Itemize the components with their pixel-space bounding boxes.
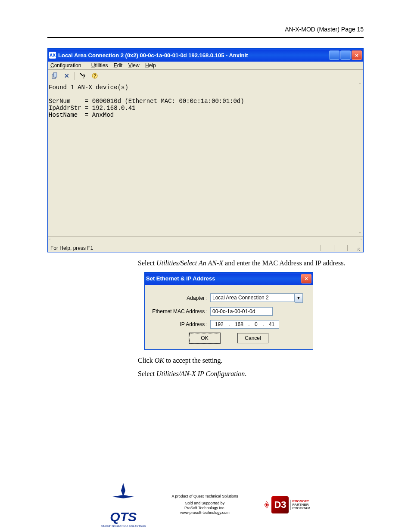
help-icon[interactable]: ? [90,71,100,81]
status-text: For Help, press F1 [50,245,321,251]
maximize-button[interactable]: □ [340,50,351,60]
cancel-button[interactable]: Cancel [237,333,268,343]
titlebar[interactable]: AX Local Area Connection 2 (0x2) 00-0c-1… [48,49,363,62]
svg-text:?: ? [93,74,96,78]
page-footer: QTS QUEST TECHNICAL SOLUTIONS A product … [47,482,364,528]
svg-marker-8 [121,483,125,497]
mac-input[interactable]: 00-0c-1a-00-01-0d [210,307,273,316]
footer-text: A product of Quest Technical Solutions S… [172,494,238,515]
menu-utilities[interactable]: Utilities [91,62,108,68]
menu-view[interactable]: View [128,62,140,68]
close-button[interactable]: × [352,50,362,60]
adapter-value[interactable]: Local Area Connection 2 [210,293,295,302]
scroll-up-icon[interactable]: ˄ [359,82,361,87]
menu-configuration[interactable]: Configuration [50,62,85,68]
vertical-scrollbar[interactable]: ˄ ˅ [356,82,363,237]
instruction-1: Select Utilities/Select An AN-X and ente… [138,258,364,268]
svg-rect-1 [53,73,57,77]
menu-bar: Configuration Utilities Edit View Help [48,62,363,70]
horizontal-scrollbar[interactable]: ˂ ˃ [48,237,363,244]
app-icon: AX [49,52,56,59]
output-pane: Found 1 AN-X device(s) SerNum = 0000010d… [48,82,356,237]
set-ip-dialog: Set Ethernet & IP Address × Adapter : Lo… [144,272,313,350]
resize-grip-icon[interactable] [347,245,361,251]
dialog-close-button[interactable]: × [301,274,311,283]
qts-star-icon [104,482,143,508]
scroll-down-icon[interactable]: ˅ [359,232,361,236]
status-bar: For Help, press F1 [48,244,363,252]
scroll-left-icon[interactable]: ˂ [49,238,51,243]
toolbar: ✕ ? ? [48,70,363,82]
anxinit-window: AX Local Area Connection 2 (0x2) 00-0c-1… [47,48,364,252]
ip-label: IP Address : [151,321,210,327]
dialog-titlebar[interactable]: Set Ethernet & IP Address × [145,273,313,285]
ok-button[interactable]: OK [189,333,220,343]
dialog-title: Set Ethernet & IP Address [146,275,301,282]
adapter-label: Adapter : [151,295,210,301]
minimize-button[interactable]: _ [329,50,339,60]
ip-input[interactable]: 192. 168. 0. 41 [210,320,279,329]
instruction-2: Click OK to accept the setting. [138,356,364,365]
adapter-dropdown-icon[interactable]: ▼ [295,293,303,303]
svg-text:?: ? [82,74,85,79]
menu-edit[interactable]: Edit [114,62,123,68]
window-title: Local Area Connection 2 (0x2) 00-0c-1a-0… [58,52,329,59]
page-header: AN-X-MOD (Master) Page 15 [47,26,364,42]
diamond-icon [264,496,270,513]
svg-marker-11 [265,503,268,507]
svg-marker-9 [112,495,134,498]
mac-label: Ethernet MAC Address : [151,308,210,314]
qts-logo: QTS QUEST TECHNICAL SOLUTIONS [101,482,146,528]
prosoft-logo: D3 PROSOFT PARTNER PROGRAM [264,496,310,513]
adapter-combo[interactable]: Local Area Connection 2 ▼ [210,293,303,303]
menu-help[interactable]: Help [145,62,156,68]
page-header-text: AN-X-MOD (Master) Page 15 [285,26,364,33]
copy-icon[interactable] [50,71,60,81]
delete-icon[interactable]: ✕ [62,71,72,81]
svg-line-7 [359,250,360,251]
scroll-right-icon[interactable]: ˃ [360,238,362,243]
instruction-3: Select Utilities/AN-X IP Configuration. [138,369,364,379]
context-help-icon[interactable]: ? [78,71,88,81]
